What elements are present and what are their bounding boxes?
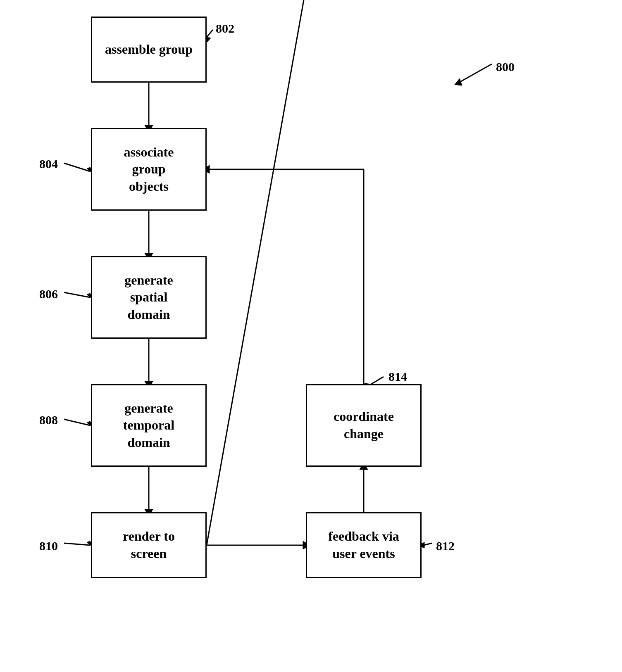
label-804: 804 bbox=[39, 157, 58, 171]
label-812: 812 bbox=[436, 539, 455, 553]
svg-line-20 bbox=[64, 163, 90, 171]
svg-line-24 bbox=[64, 419, 90, 425]
svg-line-26 bbox=[64, 543, 90, 545]
label-806: 806 bbox=[39, 287, 58, 301]
svg-marker-17 bbox=[455, 78, 462, 85]
svg-line-28 bbox=[424, 543, 432, 545]
box-render-to-screen: render toscreen bbox=[91, 512, 207, 578]
box-generate-temporal-domain: generatetemporaldomain bbox=[91, 384, 207, 467]
label-800: 800 bbox=[496, 60, 515, 74]
box-assemble-group: assemble group bbox=[91, 17, 207, 83]
svg-line-22 bbox=[64, 292, 90, 297]
box-feedback-via-user-events: feedback viauser events bbox=[306, 512, 422, 578]
label-808: 808 bbox=[39, 413, 58, 427]
svg-line-16 bbox=[459, 64, 492, 83]
svg-line-18 bbox=[207, 30, 213, 37]
label-814: 814 bbox=[388, 370, 407, 384]
diagram-container: assemble group associategroupobjects gen… bbox=[0, 0, 622, 672]
box-generate-spatial-domain: generatespatialdomain bbox=[91, 256, 207, 339]
svg-line-8 bbox=[207, 0, 304, 545]
box-coordinate-change: coordinatechange bbox=[306, 384, 422, 467]
label-802: 802 bbox=[216, 21, 234, 36]
box-associate-group-objects: associategroupobjects bbox=[91, 128, 207, 211]
label-810: 810 bbox=[39, 539, 58, 553]
